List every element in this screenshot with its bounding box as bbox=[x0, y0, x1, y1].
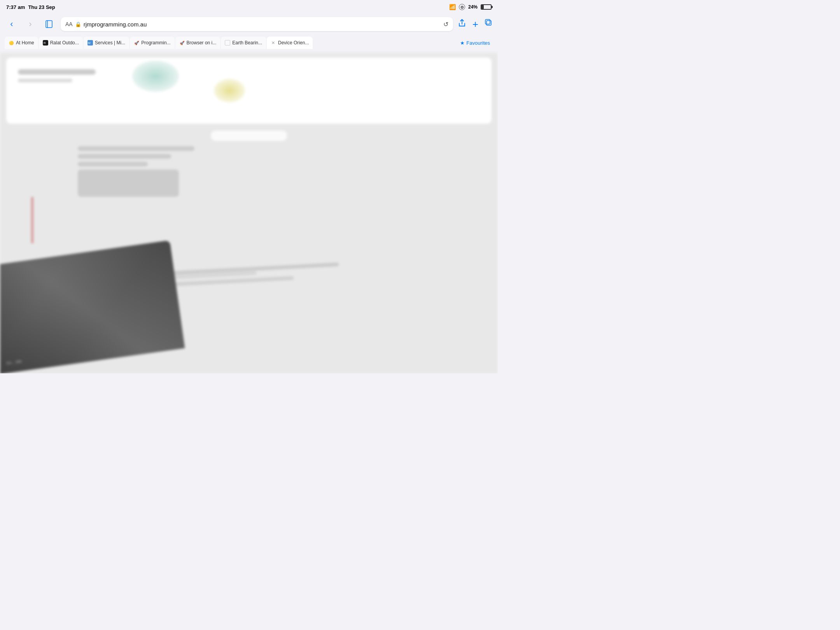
circle-signal-icon: ⊙ bbox=[459, 4, 465, 10]
tab-favicon-5: 🚀 bbox=[179, 40, 185, 46]
svg-text:M: M bbox=[88, 41, 91, 45]
decorative-blob-yellow bbox=[214, 79, 245, 102]
new-tab-button[interactable]: + bbox=[472, 19, 478, 29]
forward-button[interactable]: › bbox=[23, 17, 37, 31]
status-left: 7:37 am Thu 23 Sep bbox=[6, 4, 55, 10]
bookmarks-button[interactable] bbox=[42, 17, 56, 31]
tab-label-1: At Home bbox=[16, 40, 34, 46]
tab-browser-on[interactable]: 🚀 Browser on i... bbox=[175, 37, 220, 49]
tab-label-7: Device Orien... bbox=[278, 40, 309, 46]
wifi-icon: 📶 bbox=[449, 4, 456, 10]
tabs-overview-button[interactable] bbox=[485, 19, 493, 30]
page-sub-button bbox=[210, 130, 288, 142]
tab-earth-bearing[interactable]: Earth Bearin... bbox=[221, 37, 266, 49]
tab-favicon-2: R bbox=[43, 40, 48, 46]
lock-icon: 🔒 bbox=[75, 21, 81, 27]
tab-close-icon[interactable]: ✕ bbox=[271, 40, 276, 46]
tab-label-3: Services | Mi... bbox=[95, 40, 125, 46]
decorative-red-bar bbox=[31, 197, 33, 243]
svg-text:R: R bbox=[44, 41, 46, 45]
tab-label-4: Programmin... bbox=[141, 40, 170, 46]
tab-favicon-3: M bbox=[88, 40, 93, 46]
page-content-card bbox=[78, 170, 179, 197]
aa-text: AA bbox=[65, 21, 73, 27]
tab-label-5: Browser on i... bbox=[187, 40, 217, 46]
svg-rect-2 bbox=[486, 21, 491, 25]
page-text-block bbox=[78, 146, 194, 170]
browser-chrome: ‹ › AA 🔒 rjmprogramming.com.au ↺ + bbox=[0, 14, 498, 53]
tab-ralat[interactable]: R Ralat Outdo... bbox=[39, 37, 83, 49]
status-bar: 7:37 am Thu 23 Sep 📶 ⊙ 24% bbox=[0, 0, 498, 14]
tab-favicon-6 bbox=[225, 40, 230, 46]
photo-inner bbox=[0, 240, 185, 373]
favourites-label: Favourites bbox=[466, 40, 490, 46]
battery-percent: 24% bbox=[468, 4, 478, 10]
page-photo-block: Go... title bbox=[0, 240, 185, 373]
reload-button[interactable]: ↺ bbox=[443, 21, 448, 28]
tabs-bar: 🟡 At Home R Ralat Outdo... M Services | … bbox=[5, 36, 493, 50]
svg-rect-3 bbox=[485, 19, 490, 24]
tab-services[interactable]: M Services | Mi... bbox=[84, 37, 129, 49]
page-header bbox=[6, 58, 492, 124]
tab-programming[interactable]: 🚀 Programmin... bbox=[130, 37, 174, 49]
date-display: Thu 23 Sep bbox=[28, 4, 55, 10]
url-text: rjmprogramming.com.au bbox=[84, 21, 147, 28]
tab-favicon-1: 🟡 bbox=[9, 40, 14, 46]
share-button[interactable] bbox=[458, 19, 466, 30]
star-icon: ★ bbox=[460, 40, 465, 46]
battery-icon bbox=[481, 4, 492, 10]
svg-rect-0 bbox=[46, 21, 52, 28]
tab-device-orientation[interactable]: ✕ Device Orien... bbox=[267, 37, 313, 49]
back-button[interactable]: ‹ bbox=[5, 17, 19, 31]
tab-label-2: Ralat Outdo... bbox=[50, 40, 79, 46]
tab-label-6: Earth Bearin... bbox=[232, 40, 262, 46]
decorative-blob-teal bbox=[132, 61, 179, 92]
content-area: Go... title bbox=[0, 53, 498, 373]
header-text-block bbox=[18, 69, 96, 82]
book-icon bbox=[45, 20, 53, 28]
address-bar[interactable]: AA 🔒 rjmprogramming.com.au ↺ bbox=[61, 17, 453, 31]
status-right: 📶 ⊙ 24% bbox=[449, 4, 492, 10]
time-display: 7:37 am bbox=[6, 4, 25, 10]
nav-actions: + bbox=[458, 19, 493, 30]
battery-fill bbox=[481, 5, 484, 9]
nav-bar: ‹ › AA 🔒 rjmprogramming.com.au ↺ + bbox=[5, 16, 493, 33]
tab-at-home[interactable]: 🟡 At Home bbox=[5, 37, 38, 49]
favourites-button[interactable]: ★ Favourites bbox=[457, 38, 493, 47]
tab-favicon-4: 🚀 bbox=[134, 40, 139, 46]
